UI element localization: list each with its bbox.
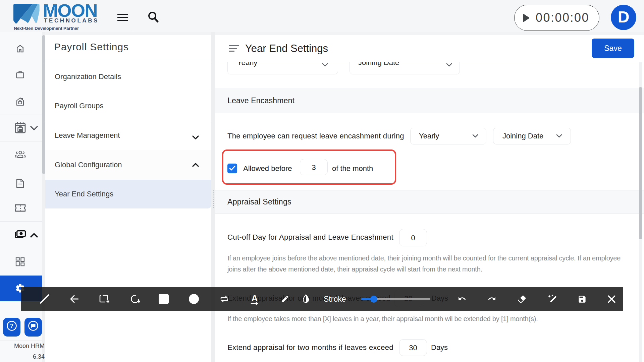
svg-text:?: ?: [10, 323, 13, 329]
